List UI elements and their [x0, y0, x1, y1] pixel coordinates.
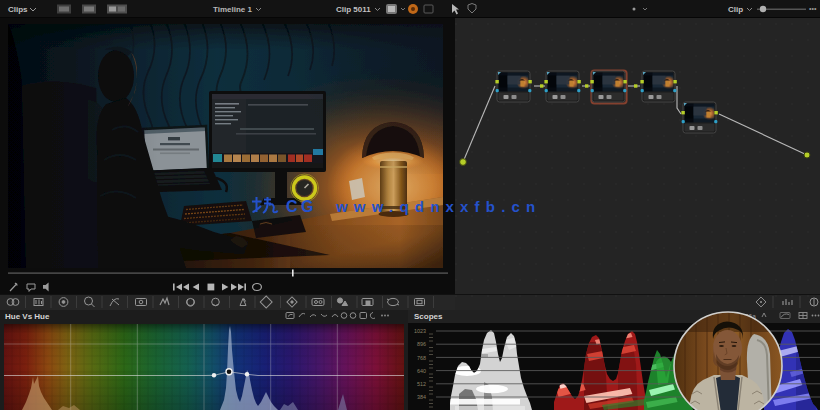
svg-text:384: 384 — [417, 394, 426, 400]
svg-text:Clip: Clip — [728, 5, 743, 14]
svg-text:Hue Vs Hue: Hue Vs Hue — [5, 312, 50, 321]
svg-text:640: 640 — [417, 368, 426, 374]
svg-text:896: 896 — [417, 341, 426, 347]
svg-text:1023: 1023 — [414, 328, 426, 334]
svg-text:•••: ••• — [809, 5, 817, 12]
svg-text:Scopes: Scopes — [414, 312, 443, 321]
svg-text:768: 768 — [417, 355, 426, 361]
svg-text:512: 512 — [417, 381, 426, 387]
svg-text:Clips: Clips — [8, 5, 28, 14]
svg-text:Timeline 1: Timeline 1 — [213, 5, 253, 14]
svg-text:CG: CG — [286, 198, 317, 215]
svg-text:www.qdnxxfb.cn: www.qdnxxfb.cn — [335, 198, 541, 215]
svg-text:Clip 5011: Clip 5011 — [336, 5, 371, 14]
